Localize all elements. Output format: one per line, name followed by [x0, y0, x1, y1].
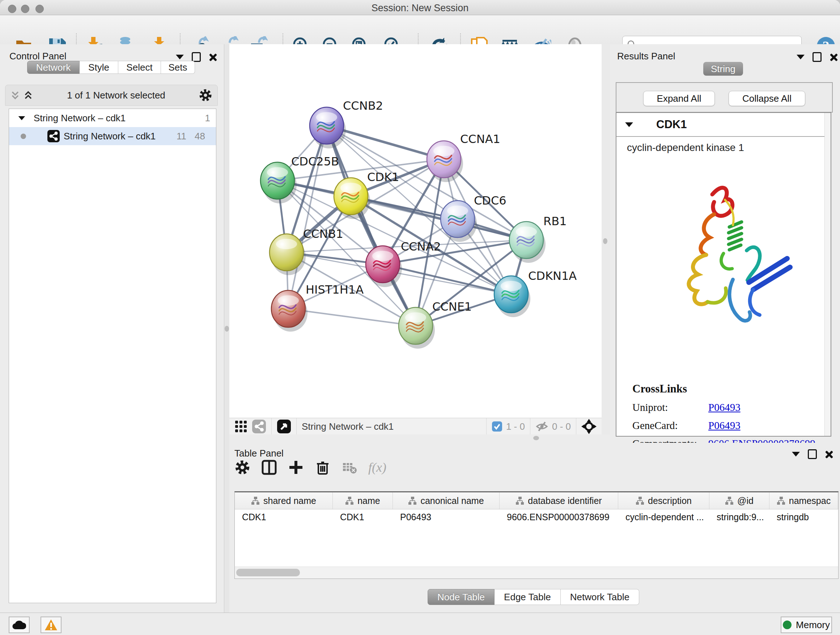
- node-CCNA2[interactable]: [366, 246, 402, 287]
- cell-shared-name[interactable]: CDK1: [235, 509, 333, 525]
- crosslink-link[interactable]: P06493: [708, 402, 741, 413]
- tab-edge-table[interactable]: Edge Table: [494, 589, 561, 605]
- node-CCNB2[interactable]: [309, 107, 346, 149]
- tab-style[interactable]: Style: [80, 61, 118, 74]
- column-header-description[interactable]: description: [618, 492, 709, 509]
- hidden-eye-icon[interactable]: [535, 421, 548, 432]
- crosslink-label: GeneCard:: [632, 420, 708, 432]
- float-panel-icon[interactable]: [808, 449, 817, 459]
- node-CDC6[interactable]: [441, 201, 477, 242]
- cell--id[interactable]: stringdb:9...: [709, 509, 769, 525]
- node-result-card: CDK1 cyclin-dependent kinase 1: [616, 112, 831, 437]
- warning-button[interactable]: [41, 616, 62, 633]
- delete-table-icon: [341, 459, 357, 475]
- add-column-icon[interactable]: [288, 459, 304, 475]
- node-HIST1H1A[interactable]: [271, 290, 308, 332]
- network-collection-row[interactable]: String Network – cdk1 1: [9, 109, 216, 127]
- cell-name[interactable]: CDK1: [333, 509, 393, 525]
- node-RB1[interactable]: [509, 222, 546, 263]
- edge-CCNB2-HIST1H1A[interactable]: [288, 126, 327, 309]
- select-columns-icon[interactable]: [261, 459, 277, 475]
- node-CDK1[interactable]: [334, 178, 370, 219]
- column-label: description: [648, 496, 692, 506]
- graphics-details-icon[interactable]: [234, 420, 248, 433]
- column-header-name[interactable]: name: [333, 492, 393, 509]
- collapse-tree-icon[interactable]: [23, 89, 34, 101]
- network-canvas[interactable]: CCNB2CCNA1CDC25BCDK1CDC6RB1CCNB1CCNA2CDK…: [229, 44, 602, 418]
- birds-eye-view-icon[interactable]: [277, 419, 291, 434]
- column-header--id[interactable]: @id: [709, 492, 769, 509]
- scrollbar-thumb[interactable]: [236, 569, 300, 576]
- node-label-CCNB2: CCNB2: [343, 99, 383, 112]
- table-data-row[interactable]: CDK1CDK1P064939606.ENSP00000378699cyclin…: [235, 509, 838, 525]
- close-panel-icon[interactable]: [829, 53, 837, 61]
- column-type-icon: [725, 496, 734, 505]
- table-header-row: shared name name canonical name database…: [235, 492, 838, 509]
- cell-canonical-name[interactable]: P06493: [393, 509, 500, 525]
- float-panel-icon[interactable]: [192, 52, 201, 62]
- tab-network[interactable]: Network: [27, 61, 80, 74]
- toolbar-divider: [271, 418, 272, 435]
- splitter-handle[interactable]: [603, 238, 607, 244]
- cell-namespac[interactable]: stringdb: [769, 509, 838, 525]
- node-result-header[interactable]: CDK1: [616, 113, 831, 137]
- column-label: name: [357, 496, 380, 506]
- expand-all-button[interactable]: Expand All: [643, 91, 715, 106]
- table-gear-icon[interactable]: [234, 459, 250, 475]
- tab-node-table[interactable]: Node Table: [428, 589, 494, 605]
- protein-structure-image: [638, 160, 805, 330]
- tab-sets[interactable]: Sets: [161, 61, 195, 74]
- cell-description[interactable]: cyclin-dependent ...: [618, 509, 709, 525]
- network-row-selected[interactable]: String Network – cdk1 11 48: [9, 127, 216, 145]
- network-tree: String Network – cdk1 1 String Network –…: [9, 109, 216, 603]
- selected-checkbox-icon[interactable]: [492, 421, 502, 432]
- results-scrollbar[interactable]: [824, 113, 831, 436]
- delete-column-icon[interactable]: [315, 459, 331, 475]
- tree-expander-icon[interactable]: [19, 116, 25, 120]
- cloud-button[interactable]: [9, 616, 30, 633]
- splitter-handle[interactable]: [225, 326, 229, 332]
- node-CDC25B[interactable]: [261, 162, 297, 203]
- column-header-canonical-name[interactable]: canonical name: [393, 492, 500, 509]
- control-panel-tabs: NetworkStyleSelectSets: [27, 61, 195, 74]
- edge-HIST1H1A-CCNE1[interactable]: [288, 309, 416, 326]
- splitter-handle[interactable]: [533, 436, 539, 440]
- gear-icon[interactable]: [199, 88, 212, 102]
- float-panel-icon[interactable]: [813, 52, 821, 62]
- column-type-icon: [408, 496, 417, 505]
- node-label-CDC6: CDC6: [474, 194, 507, 207]
- memory-button[interactable]: Memory: [781, 616, 832, 633]
- edge-CCNA2-CDKN1A[interactable]: [383, 264, 511, 295]
- pan-crosshair-icon[interactable]: [581, 419, 597, 434]
- column-header-shared-name[interactable]: shared name: [235, 492, 333, 509]
- crosslink-link[interactable]: P06493: [708, 420, 741, 432]
- current-network-title: String Network – cdk1: [302, 421, 393, 432]
- collapse-entry-icon[interactable]: [625, 122, 633, 127]
- column-header-database-identifier[interactable]: database identifier: [500, 492, 618, 509]
- table-horizontal-scrollbar[interactable]: [235, 567, 838, 578]
- collection-count: 1: [205, 112, 210, 124]
- toolbar-divider: [530, 418, 531, 435]
- expand-tree-icon[interactable]: [10, 89, 21, 101]
- tab-string[interactable]: String: [703, 62, 743, 76]
- node-CDKN1A[interactable]: [494, 276, 531, 317]
- column-header-namespac[interactable]: namespac: [769, 492, 838, 509]
- network-badge-icon[interactable]: [252, 419, 266, 434]
- collapse-panel-icon[interactable]: [176, 55, 184, 59]
- tab-select[interactable]: Select: [118, 61, 161, 74]
- edge-count: 48: [195, 131, 205, 142]
- node-table: shared name name canonical name database…: [234, 491, 838, 579]
- collapse-all-button[interactable]: Collapse All: [729, 91, 805, 106]
- close-panel-icon[interactable]: [209, 53, 217, 61]
- column-label: database identifier: [528, 496, 602, 506]
- node-CCNA1[interactable]: [427, 141, 463, 182]
- entry-gene-name: CDK1: [656, 118, 687, 131]
- collapse-panel-icon[interactable]: [792, 452, 800, 456]
- tab-network-table[interactable]: Network Table: [561, 589, 639, 605]
- close-panel-icon[interactable]: [825, 450, 833, 458]
- node-CCNE1[interactable]: [399, 307, 435, 348]
- node-label-CDKN1A: CDKN1A: [528, 269, 576, 283]
- vertical-splitter[interactable]: [602, 44, 610, 443]
- collapse-panel-icon[interactable]: [797, 55, 805, 59]
- cell-database-identifier[interactable]: 9606.ENSP00000378699: [500, 509, 618, 525]
